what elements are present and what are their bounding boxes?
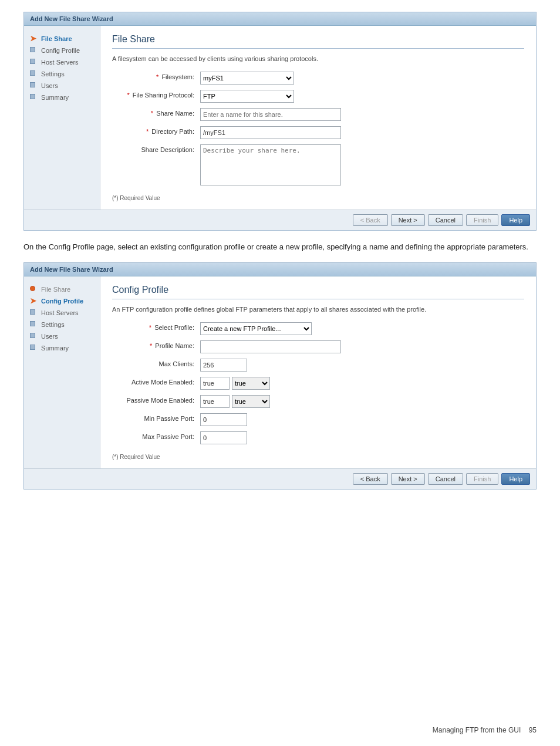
help-button-1[interactable]: Help [501,214,530,226]
sharedesc-textarea[interactable] [200,144,341,185]
active-mode-select[interactable]: true false [232,377,270,390]
passive-mode-select[interactable]: true false [232,395,270,408]
select-profile-select[interactable]: Create a new FTP Profile... [200,322,312,335]
cancel-button-2[interactable]: Cancel [428,473,463,485]
nav-item-summary-1[interactable]: Summary [24,92,100,103]
min-passive-port-label: Min Passive Port: [112,413,200,422]
max-passive-port-input[interactable] [200,431,247,444]
active-mode-label: Active Mode Enabled: [112,377,200,386]
nav-item-settings-2[interactable]: Settings [24,319,100,330]
active-mode-value[interactable] [200,377,230,390]
dirpath-row: * Directory Path: [112,126,524,139]
wizard1-main: File Share A filesystem can be accessed … [100,26,536,210]
passive-mode-row: Passive Mode Enabled: true false [112,395,524,408]
dirpath-input[interactable] [200,126,341,139]
nav-item-configprofile-2[interactable]: ➤ Config Profile [24,295,100,307]
square-icon-5 [30,93,38,102]
square-icon-1 [30,46,38,55]
max-passive-port-label: Max Passive Port: [112,431,200,440]
finish-button-2[interactable]: Finish [466,473,498,485]
dirpath-label: * Directory Path: [112,126,200,135]
wizard1: Add New File Share Wizard ➤ File Share C… [23,12,537,231]
profile-name-input[interactable] [200,340,341,353]
max-passive-port-row: Max Passive Port: [112,431,524,444]
wizard2-nav: File Share ➤ Config Profile Host Servers… [24,276,100,468]
square-icon-6 [30,309,38,317]
nav-item-settings-1[interactable]: Settings [24,68,100,80]
wizard1-body: ➤ File Share Config Profile Host Servers… [24,26,536,210]
next-button-2[interactable]: Next > [391,473,425,485]
wizard2-main: Config Profile An FTP configuration prof… [100,276,536,468]
wizard2: Add New File Share Wizard File Share ➤ C… [23,262,537,490]
finish-button-1[interactable]: Finish [466,214,498,226]
wizard1-description: A filesystem can be accessed by clients … [112,55,524,63]
nav-item-summary-2[interactable]: Summary [24,342,100,354]
wizard2-heading: Config Profile [112,285,524,299]
sharedesc-label: Share Description: [112,144,200,153]
wizard1-footer: < Back Next > Cancel Finish Help [24,210,536,230]
max-clients-input[interactable] [200,359,247,372]
wizard2-body: File Share ➤ Config Profile Host Servers… [24,276,536,468]
select-profile-label: * Select Profile: [112,322,200,331]
filesystem-row: * Filesystem: myFS1 [112,72,524,85]
page-footer: Managing FTP from the GUI 95 [433,726,537,734]
protocol-label: * File Sharing Protocol: [112,90,200,99]
arrow-right-icon-2: ➤ [30,297,38,305]
square-icon-9 [30,344,38,352]
wizard1-title: Add New File Share Wizard [24,12,536,26]
square-icon-7 [30,320,38,329]
help-button-2[interactable]: Help [501,473,530,485]
arrow-right-icon: ➤ [30,35,38,43]
cancel-button-1[interactable]: Cancel [428,214,463,226]
required-note-2: (*) Required Value [112,454,524,460]
sharedesc-row: Share Description: [112,144,524,185]
profile-name-label: * Profile Name: [112,340,200,349]
filesystem-label: * Filesystem: [112,72,200,80]
min-passive-port-row: Min Passive Port: [112,413,524,426]
filesystem-select[interactable]: myFS1 [200,72,294,85]
wizard1-nav: ➤ File Share Config Profile Host Servers… [24,26,100,210]
required-note-1: (*) Required Value [112,195,524,201]
profile-name-row: * Profile Name: [112,340,524,353]
active-mode-row: Active Mode Enabled: true false [112,377,524,390]
max-clients-row: Max Clients: [112,359,524,372]
back-button-2[interactable]: < Back [353,473,388,485]
square-icon-8 [30,332,38,340]
protocol-row: * File Sharing Protocol: FTP [112,90,524,103]
passive-mode-label: Passive Mode Enabled: [112,395,200,404]
passive-mode-value[interactable] [200,395,230,408]
nav-item-fileshare-1[interactable]: ➤ File Share [24,33,100,45]
wizard2-description: An FTP configuration profile defines glo… [112,305,524,314]
nav-item-users-2[interactable]: Users [24,330,100,342]
nav-item-users-1[interactable]: Users [24,80,100,92]
next-button-1[interactable]: Next > [391,214,425,226]
sharename-label: * Share Name: [112,108,200,117]
narrative-text: On the Config Profile page, select an ex… [23,241,537,253]
wizard2-footer: < Back Next > Cancel Finish Help [24,468,536,489]
sharename-row: * Share Name: [112,108,524,121]
select-profile-row: * Select Profile: Create a new FTP Profi… [112,322,524,335]
square-icon-2 [30,58,38,66]
nav-item-hostservers-2[interactable]: Host Servers [24,307,100,319]
square-icon-3 [30,70,38,78]
max-clients-label: Max Clients: [112,359,200,367]
square-icon-4 [30,82,38,90]
back-button-1[interactable]: < Back [353,214,388,226]
min-passive-port-input[interactable] [200,413,247,426]
protocol-select[interactable]: FTP [200,90,294,103]
sharename-input[interactable] [200,108,341,121]
nav-item-fileshare-2[interactable]: File Share [24,283,100,295]
wizard1-heading: File Share [112,34,524,49]
circle-done-icon [30,285,38,293]
wizard2-title: Add New File Share Wizard [24,263,536,276]
nav-item-hostservers-1[interactable]: Host Servers [24,56,100,68]
nav-item-configprofile-1[interactable]: Config Profile [24,45,100,56]
